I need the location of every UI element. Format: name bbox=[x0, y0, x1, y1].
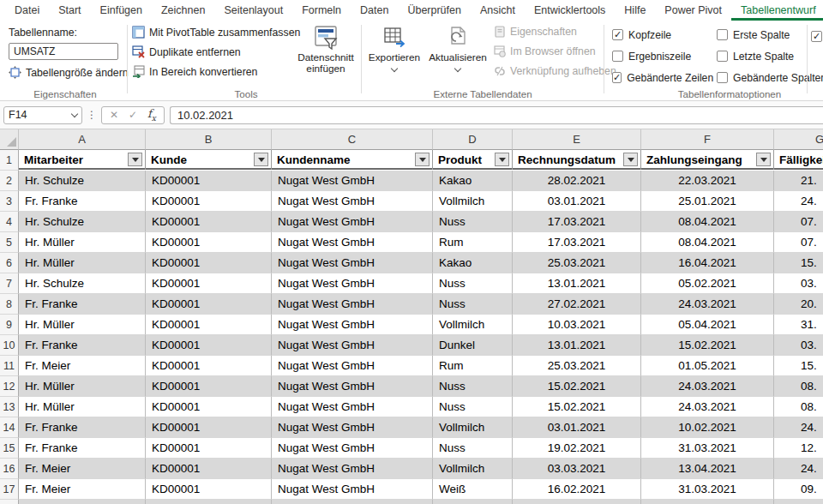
cell[interactable]: Nugat West GmbH bbox=[272, 191, 433, 212]
filter-button[interactable] bbox=[495, 153, 509, 166]
formula-input[interactable]: 10.02.2021 bbox=[170, 106, 823, 124]
cell[interactable]: KD00001 bbox=[146, 500, 272, 504]
cell[interactable]: KD00001 bbox=[146, 273, 272, 294]
column-header-produkt[interactable]: Produkt bbox=[433, 150, 513, 170]
cell[interactable]: Fr. Meier bbox=[19, 479, 146, 500]
cell[interactable]: 15. bbox=[774, 356, 823, 376]
column-letter-B[interactable]: B bbox=[146, 129, 272, 150]
filter-button[interactable] bbox=[756, 153, 771, 166]
cell[interactable]: 07. bbox=[774, 212, 823, 232]
column-header-mitarbeiter[interactable]: Mitarbeiter bbox=[19, 150, 146, 170]
cell[interactable]: Nugat West GmbH bbox=[272, 438, 433, 459]
tab-einf-gen[interactable]: Einfügen bbox=[91, 0, 152, 21]
cell[interactable]: 24.03.2021 bbox=[641, 397, 774, 417]
tab-ansicht[interactable]: Ansicht bbox=[471, 0, 525, 21]
cell[interactable]: Kakao bbox=[433, 171, 513, 191]
cell[interactable]: Nugat West GmbH bbox=[272, 212, 433, 232]
cell[interactable]: KD00001 bbox=[146, 212, 272, 232]
row-number[interactable]: 1 bbox=[0, 150, 19, 171]
cell[interactable]: 15.02.2021 bbox=[513, 397, 641, 417]
tab-tabellenentwurf[interactable]: Tabellenentwurf bbox=[731, 0, 823, 21]
cell[interactable]: 08.04.2021 bbox=[641, 212, 774, 232]
cell[interactable]: 10.02.2021 bbox=[641, 417, 774, 438]
cell[interactable]: 31.03.2021 bbox=[641, 438, 774, 459]
cell[interactable]: 05.02.2021 bbox=[641, 273, 774, 294]
cell[interactable]: 06. bbox=[774, 500, 823, 504]
cell[interactable]: 13.01.2021 bbox=[513, 335, 641, 356]
filter-button[interactable] bbox=[623, 153, 638, 166]
column-header-kundenname[interactable]: Kundenname bbox=[272, 150, 433, 170]
cell[interactable]: KD00001 bbox=[146, 232, 272, 253]
cell[interactable]: Nugat West GmbH bbox=[272, 315, 433, 335]
row-number[interactable]: 11 bbox=[0, 356, 19, 376]
row-number[interactable]: 15 bbox=[0, 438, 19, 459]
cell[interactable]: 25.03.2021 bbox=[513, 253, 641, 273]
cell[interactable]: Nugat West GmbH bbox=[272, 335, 433, 356]
cell[interactable]: Nugat West GmbH bbox=[272, 232, 433, 253]
row-number[interactable]: 16 bbox=[0, 459, 19, 479]
cell[interactable]: 31. bbox=[774, 315, 823, 335]
cell[interactable]: 12. bbox=[774, 438, 823, 459]
column-header-kunde[interactable]: Kunde bbox=[146, 150, 272, 170]
row-number[interactable]: 3 bbox=[0, 191, 19, 212]
insert-slicer-button[interactable]: Datenschnitt einfügen bbox=[291, 23, 360, 75]
cell[interactable]: Nugat West GmbH bbox=[272, 294, 433, 315]
cell[interactable]: 07. bbox=[774, 232, 823, 253]
column-header-rechnungsdatum[interactable]: Rechnungsdatum bbox=[513, 150, 641, 170]
cell[interactable]: 24. bbox=[774, 191, 823, 212]
remove-duplicates-button[interactable]: Duplikate entfernen bbox=[132, 45, 241, 58]
cell[interactable]: 21. bbox=[774, 171, 823, 191]
cell[interactable]: 03.01.2021 bbox=[513, 191, 641, 212]
cell[interactable]: KD00001 bbox=[146, 191, 272, 212]
cell[interactable]: 03. bbox=[774, 335, 823, 356]
cell[interactable]: KD00001 bbox=[146, 376, 272, 397]
cell[interactable]: 25.01.2021 bbox=[641, 191, 774, 212]
cell[interactable]: 08. bbox=[774, 397, 823, 417]
select-all-corner[interactable] bbox=[0, 129, 19, 150]
tab-seitenlayout[interactable]: Seitenlayout bbox=[214, 0, 292, 21]
cell[interactable]: 13.01.2021 bbox=[513, 273, 641, 294]
cell[interactable]: Nuss bbox=[433, 397, 513, 417]
tab-zeichnen[interactable]: Zeichnen bbox=[152, 0, 214, 21]
cell[interactable]: Hr. Müller bbox=[19, 232, 146, 253]
cell[interactable]: 01.05.2021 bbox=[641, 500, 774, 504]
refresh-button[interactable]: Aktualisieren bbox=[426, 23, 490, 71]
cell[interactable]: 20. bbox=[774, 294, 823, 315]
cell[interactable]: 15.02.2021 bbox=[641, 335, 774, 356]
cell[interactable]: KD00001 bbox=[146, 294, 272, 315]
cell[interactable]: Nugat West GmbH bbox=[272, 376, 433, 397]
cell[interactable]: Nugat West GmbH bbox=[272, 397, 433, 417]
cell[interactable]: Nuss bbox=[433, 376, 513, 397]
column-header-f-lligkei[interactable]: Fälligkei bbox=[774, 150, 823, 170]
confirm-entry-button[interactable]: ✓ bbox=[124, 109, 141, 121]
cutoff-checkbox[interactable]: ✓ bbox=[811, 31, 822, 42]
row-number[interactable]: 18 bbox=[0, 500, 19, 504]
cell[interactable]: Rum bbox=[433, 356, 513, 376]
cell[interactable]: 03. bbox=[774, 273, 823, 294]
row-number[interactable]: 4 bbox=[0, 212, 19, 232]
cell[interactable]: Fr. Franke bbox=[19, 335, 146, 356]
export-button[interactable]: Exportieren bbox=[365, 23, 424, 71]
cell[interactable]: Nuss bbox=[433, 438, 513, 459]
cell[interactable]: 24.03.2021 bbox=[641, 294, 774, 315]
cell[interactable]: 15. bbox=[774, 253, 823, 273]
column-letter-A[interactable]: A bbox=[19, 129, 146, 150]
cell[interactable]: Hr. Müller bbox=[19, 253, 146, 273]
cell[interactable]: Hr. Schulze bbox=[19, 273, 146, 294]
cell[interactable]: 28.02.2021 bbox=[513, 171, 641, 191]
cell[interactable]: Hr. Müller bbox=[19, 397, 146, 417]
cell[interactable]: KD00001 bbox=[146, 356, 272, 376]
row-number[interactable]: 9 bbox=[0, 315, 19, 335]
tab-power-pivot[interactable]: Power Pivot bbox=[655, 0, 731, 21]
column-letter-E[interactable]: E bbox=[513, 129, 641, 150]
cell[interactable]: Kakao bbox=[433, 253, 513, 273]
cell[interactable]: Hr. Schulze bbox=[19, 171, 146, 191]
column-letter-F[interactable]: F bbox=[641, 129, 774, 150]
cell[interactable]: 08.04.2021 bbox=[641, 232, 774, 253]
cell[interactable]: Vollmilch bbox=[433, 417, 513, 438]
tab-berpr-fen[interactable]: Überprüfen bbox=[398, 0, 471, 21]
cell[interactable]: 16.04.2021 bbox=[641, 253, 774, 273]
cell[interactable]: Nugat West GmbH bbox=[272, 479, 433, 500]
cell[interactable]: Fr. Franke bbox=[19, 438, 146, 459]
cell[interactable]: 03.01.2021 bbox=[513, 417, 641, 438]
